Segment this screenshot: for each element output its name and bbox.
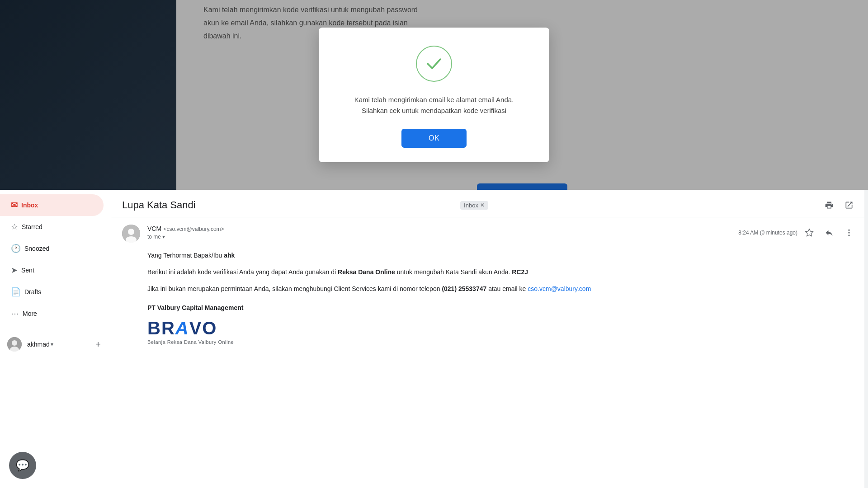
ok-button[interactable]: OK xyxy=(401,129,467,148)
star-button[interactable] xyxy=(801,225,817,241)
sidebar-item-starred[interactable]: ☆ Starred xyxy=(0,216,104,238)
sidebar-account-row[interactable]: akhmad ▾ + xyxy=(0,333,111,355)
bravo-logo: BRAVO Belanja Reksa Dana Valbury Online xyxy=(147,319,857,347)
avatar-icon xyxy=(7,337,22,352)
svg-point-8 xyxy=(848,232,849,233)
sender-info: VCM <cso.vcm@valbury.com> to me ▾ xyxy=(147,225,738,240)
drafts-icon: 📄 xyxy=(11,287,21,297)
reply-icon xyxy=(825,228,834,237)
reply-button[interactable] xyxy=(821,225,837,241)
chat-avatar-bottom[interactable]: 💬 xyxy=(9,452,36,479)
email-subject: Lupa Kata Sandi xyxy=(122,199,455,211)
bravo-subtitle: Belanja Reksa Dana Valbury Online xyxy=(147,338,234,347)
sender-avatar xyxy=(122,225,140,243)
svg-marker-6 xyxy=(806,229,813,236)
account-avatar xyxy=(7,337,22,352)
email-body: Yang Terhormat Bapak/Ibu ahk Berikut ini… xyxy=(111,250,868,347)
email-sender-row: VCM <cso.vcm@valbury.com> to me ▾ 8:24 A… xyxy=(111,217,868,250)
sidebar: ✉ Inbox ☆ Starred 🕐 Snoozed ➤ Sent 📄 Dra… xyxy=(0,190,111,488)
star-outline-icon xyxy=(805,228,814,237)
add-account-button[interactable]: + xyxy=(93,339,104,350)
sidebar-item-inbox[interactable]: ✉ Inbox xyxy=(0,194,104,216)
open-external-button[interactable] xyxy=(841,197,857,213)
sidebar-more-label: More xyxy=(23,310,37,317)
more-options-button[interactable] xyxy=(841,225,857,241)
email-body-line2: Jika ini bukan merupakan permintaan Anda… xyxy=(147,283,857,295)
account-name: akhmad xyxy=(27,341,50,348)
email-header: Lupa Kata Sandi Inbox ✕ xyxy=(111,190,868,217)
success-dialog: Kami telah mengirimkan email ke alamat e… xyxy=(319,28,549,162)
sender-email: <cso.vcm@valbury.com> xyxy=(164,226,224,232)
sidebar-starred-label: Starred xyxy=(22,223,42,230)
sidebar-item-more[interactable]: ⋯ More xyxy=(0,303,104,324)
star-icon: ☆ xyxy=(11,222,18,232)
email-meta-right: 8:24 AM (0 minutes ago) xyxy=(738,225,857,241)
inbox-tag-label: Inbox xyxy=(464,202,478,209)
svg-point-9 xyxy=(848,235,849,236)
checkmark-icon xyxy=(424,54,444,74)
open-external-icon xyxy=(844,201,854,210)
more-icon: ⋯ xyxy=(11,309,19,319)
email-body-line1: Berikut ini adalah kode verifikasi Anda … xyxy=(147,267,857,278)
inbox-tag[interactable]: Inbox ✕ xyxy=(460,201,488,210)
print-icon xyxy=(825,201,834,210)
email-time: 8:24 AM (0 minutes ago) xyxy=(738,230,797,236)
inbox-tag-close[interactable]: ✕ xyxy=(480,202,485,208)
print-button[interactable] xyxy=(821,197,837,213)
email-greeting: Yang Terhormat Bapak/Ibu ahk xyxy=(147,250,857,261)
sidebar-drafts-label: Drafts xyxy=(24,288,41,296)
more-vertical-icon xyxy=(844,228,854,237)
to-me[interactable]: to me ▾ xyxy=(147,234,738,240)
sidebar-item-drafts[interactable]: 📄 Drafts xyxy=(0,281,104,303)
inbox-icon: ✉ xyxy=(11,200,18,210)
snooze-icon: 🕐 xyxy=(11,244,21,253)
sender-name: VCM xyxy=(147,225,161,232)
svg-point-4 xyxy=(128,229,134,235)
bravo-text: BRAVO xyxy=(147,319,217,337)
svg-point-1 xyxy=(12,340,17,346)
modal-backdrop: Kami telah mengirimkan email ke alamat e… xyxy=(0,0,868,190)
sidebar-item-snoozed[interactable]: 🕐 Snoozed xyxy=(0,238,104,259)
sidebar-sent-label: Sent xyxy=(21,267,34,274)
dialog-message: Kami telah mengirimkan email ke alamat e… xyxy=(354,94,514,116)
svg-point-7 xyxy=(848,230,849,231)
sidebar-inbox-label: Inbox xyxy=(21,202,38,209)
company-name: PT Valbury Capital Management xyxy=(147,302,857,314)
account-dropdown-icon: ▾ xyxy=(51,341,53,347)
sender-avatar-icon xyxy=(122,225,140,243)
cso-email-link[interactable]: cso.vcm@valbury.com xyxy=(528,285,591,292)
sent-icon: ➤ xyxy=(11,265,18,275)
email-header-actions xyxy=(821,197,857,213)
sidebar-item-sent[interactable]: ➤ Sent xyxy=(0,259,104,281)
main-email-content: Lupa Kata Sandi Inbox ✕ xyxy=(111,190,868,488)
success-check-circle xyxy=(416,46,452,82)
sender-name-row: VCM <cso.vcm@valbury.com> xyxy=(147,225,738,233)
chat-icon: 💬 xyxy=(16,459,29,472)
sidebar-snoozed-label: Snoozed xyxy=(24,245,49,252)
scrollbar-track[interactable] xyxy=(864,190,868,488)
